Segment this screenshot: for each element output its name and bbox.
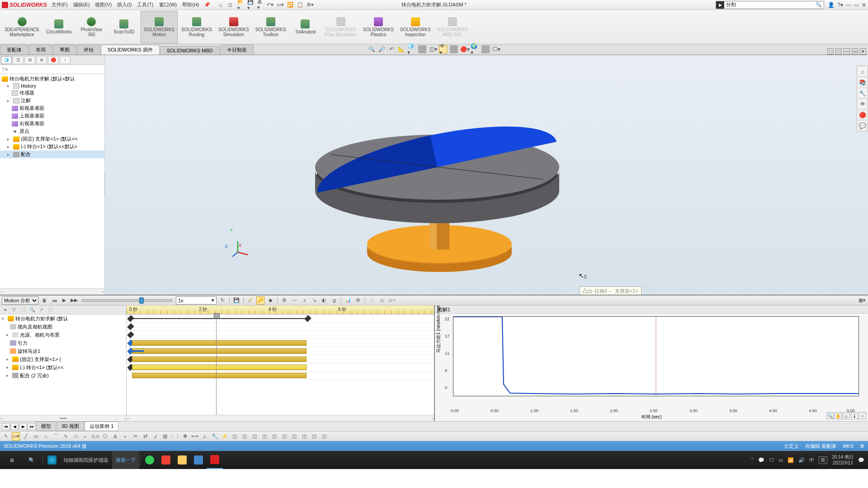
tree-top-plane[interactable]: 上视基准面 (0, 112, 104, 120)
tree-right-plane[interactable]: 右视基准面 (0, 120, 104, 127)
mt-b3[interactable]: ↗ (37, 306, 45, 314)
slider-thumb[interactable] (139, 297, 144, 304)
rib-plastics[interactable]: SOLIDWORKSPlastics (360, 11, 396, 43)
tray-wifi-icon[interactable]: 📶 (788, 457, 794, 463)
menu-edit[interactable]: 编辑(E) (73, 1, 90, 8)
app-search-btn[interactable]: 搜索一下 (112, 451, 139, 469)
rib-toolbox[interactable]: SOLIDWORKSToolbox (253, 11, 289, 43)
timeline-tracks[interactable] (127, 314, 434, 415)
sk-b2[interactable]: ◫ (241, 432, 249, 441)
damper-icon[interactable]: ⫽ (300, 296, 308, 305)
search-run-icon[interactable]: ▶ (716, 1, 724, 9)
tp-custom-icon[interactable]: 🔧 (858, 88, 868, 98)
mt-b2[interactable]: 🔍 (28, 306, 36, 314)
view-settings-icon[interactable]: 🖵▾ (492, 45, 500, 53)
tray-clock[interactable]: 20:14 周日 2022/3/13 (832, 454, 854, 466)
tray-up-icon[interactable]: ˄ (751, 457, 754, 463)
mt-lights[interactable]: ▸光源、相机与布景 (0, 331, 126, 339)
print-icon[interactable]: 🖶▾ (257, 2, 264, 8)
tab-today[interactable]: 今日制造 (220, 45, 254, 55)
mt-collapse[interactable]: ▾ (1, 306, 9, 314)
sk-repair[interactable]: 🔧 (211, 432, 219, 441)
vp-btn-2[interactable]: ⬚ (835, 48, 842, 55)
mt-mates[interactable]: ▸配合 (2 冗余) (0, 371, 126, 380)
vp-min[interactable]: — (844, 48, 850, 55)
menu-insert[interactable]: 插入(I) (117, 1, 132, 8)
rib-circuitworks[interactable]: CircuitWorks (43, 11, 75, 43)
menu-tools[interactable]: 工具(T) (137, 1, 153, 8)
motion-tree[interactable]: ▾转台电机力矩求解 (默认 视向及相机视图 ▸光源、相机与布景 引力 旋转马达1… (0, 314, 126, 415)
timeline-scrubber[interactable] (216, 314, 217, 415)
sk-text[interactable]: A (111, 432, 119, 441)
rebuild-icon[interactable]: 🔁 (287, 2, 293, 8)
sk-point[interactable]: • (121, 432, 129, 441)
timeline-ruler[interactable]: 0 秒 2 秒 4 秒 6 秒 (127, 305, 434, 314)
sk-circle[interactable]: ○ (42, 432, 50, 441)
sk-b5[interactable]: ◫ (270, 432, 278, 441)
sk-slot[interactable]: ⊂⊃ (91, 432, 99, 441)
sk-pattern[interactable]: ⋮⋮ (171, 432, 179, 441)
sk-b3[interactable]: ◫ (250, 432, 259, 441)
rib-routing[interactable]: SOLIDWORKSRouting (179, 11, 215, 43)
maximize-button[interactable]: ▭ (854, 2, 859, 8)
tp-view-icon[interactable]: 👁 (858, 99, 868, 109)
sk-b7[interactable]: ◫ (290, 432, 298, 441)
app-360[interactable] (142, 451, 158, 469)
prev-view-icon[interactable]: ↶ (387, 45, 396, 53)
app-solidworks[interactable] (207, 451, 223, 469)
app-explorer[interactable] (174, 451, 190, 469)
fm-tab-config[interactable]: ⚙ (24, 56, 35, 64)
btab-prev[interactable]: ◀ (10, 423, 19, 430)
rib-3dexperience[interactable]: 3DEXPERIENCEMarketplace (2, 11, 42, 43)
hide-show-icon[interactable]: 👁▾ (439, 45, 447, 53)
mt-motor[interactable]: 旋转马达1 (0, 347, 126, 355)
speed-select[interactable]: 1x▾ (176, 296, 217, 305)
help-icon[interactable]: ?▾ (837, 2, 843, 8)
sk-corner-rect[interactable]: ▭ (32, 432, 40, 441)
fm-tab-display[interactable]: 🔴 (48, 56, 59, 64)
tree-origin[interactable]: 原点 (0, 127, 104, 135)
fm-tab-more[interactable]: › (60, 56, 71, 64)
tree-mates[interactable]: ▸配合 (0, 150, 104, 158)
tree-sensors[interactable]: 传感器 (0, 89, 104, 97)
sk-mirror[interactable]: ▥ (161, 432, 169, 441)
play-start-icon[interactable]: ⏮ (50, 296, 58, 305)
force-icon[interactable]: ↘ (310, 296, 318, 305)
sk-b1[interactable]: ◫ (231, 432, 239, 441)
mt-hscroll[interactable]: ‹━━━› (0, 415, 126, 421)
mt-b1[interactable]: ⬚ (19, 306, 27, 314)
mt-filter[interactable]: ▽ (10, 306, 18, 314)
tray-ime-en[interactable]: 英 (819, 456, 827, 464)
close-button[interactable]: ✕ (862, 2, 866, 8)
mt-comp-turntable[interactable]: ▸(-) 转台<1> (默认<< (0, 363, 126, 371)
sk-b9[interactable]: ◫ (310, 432, 318, 441)
pin-icon[interactable]: 📌 (204, 2, 210, 8)
save-icon[interactable]: 💾▾ (247, 2, 254, 8)
command-search[interactable]: ▶ 🔍 (716, 1, 824, 9)
rib-tolanalyst[interactable]: TolAnalyst (289, 11, 321, 43)
sk-quick[interactable]: ⚡ (221, 432, 229, 441)
save-anim-icon[interactable]: 💾 (232, 296, 241, 305)
calc-icon[interactable]: 🖩 (40, 296, 48, 305)
btab-3dview[interactable]: 3D 视图 (57, 422, 84, 431)
tab-addins[interactable]: SOLIDWORKS 插件 (101, 45, 160, 55)
3d-viewport[interactable]: ↖▯ 凸台-拉伸2 ← 支撑架<1> YXZ ⌂ 📚 🔧 👁 🔴 💬 (105, 55, 868, 295)
minimize-button[interactable]: — (846, 2, 851, 8)
btab-last[interactable]: ⏭ (28, 423, 36, 430)
sk-b4[interactable]: ◫ (260, 432, 269, 441)
mt-comp-support[interactable]: ▸(固定) 支撑架<1> ( (0, 355, 126, 363)
btab-first[interactable]: ⏮ (2, 423, 10, 430)
tab-mbd[interactable]: SOLIDWORKS MBD (160, 46, 220, 55)
zoom-fit-icon[interactable]: 🔍 (368, 45, 376, 53)
sk-ellipse[interactable]: ⬭ (71, 432, 80, 441)
time-slider[interactable] (82, 299, 172, 302)
motor-icon[interactable]: ⚙ (280, 296, 288, 305)
btab-motion1[interactable]: 运动算例 1 (85, 422, 118, 431)
feature-tree[interactable]: 转台电机力矩求解 (默认<默认 ▸History 传感器 ▸注解 前视基准面 上… (0, 74, 104, 288)
sk-move[interactable]: ✥ (181, 432, 189, 441)
tree-comp-support[interactable]: ▸(固定) 支撑架<1> (默认<< (0, 135, 104, 143)
status-units[interactable]: MKS (843, 443, 854, 449)
plot-area[interactable] (453, 316, 859, 396)
results-icon[interactable]: 📊 (344, 296, 352, 305)
spring-icon[interactable]: 〰 (290, 296, 298, 305)
